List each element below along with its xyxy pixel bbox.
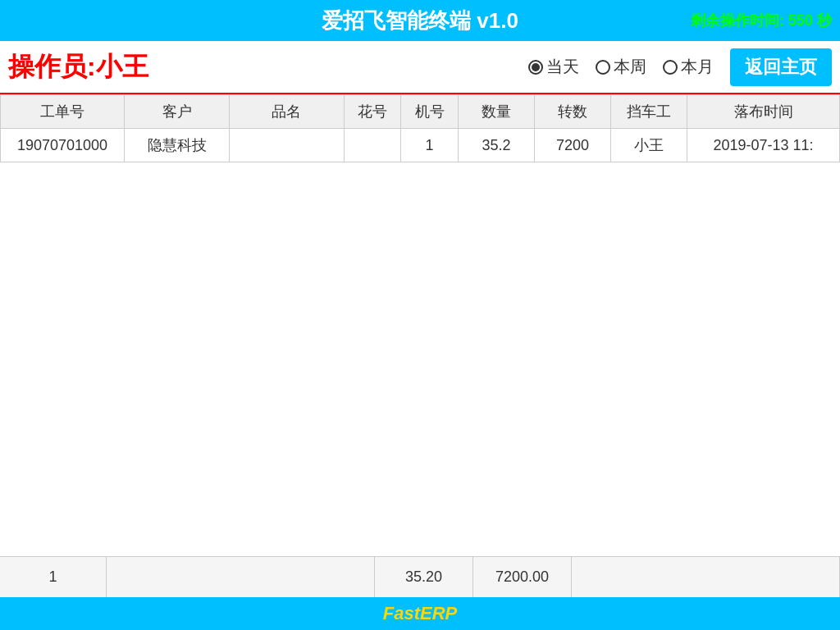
col-header-order: 工单号 (1, 95, 125, 129)
col-header-product: 品名 (230, 95, 345, 129)
brand-label: FastERP (383, 603, 457, 624)
operator-bar: 操作员:小王 当天 本周 本月 返回主页 (0, 41, 840, 94)
radio-month-circle (663, 60, 678, 75)
cell-worker: 小王 (611, 129, 687, 162)
cell-flower (344, 129, 401, 162)
cell-client: 隐慧科技 (125, 129, 230, 162)
timer-value: 550 秒 (788, 12, 832, 29)
col-header-flower: 花号 (344, 95, 401, 129)
cell-time: 2019-07-13 11: (687, 129, 840, 162)
timer-label: 剩余操作时间: (691, 12, 784, 29)
filter-month-label: 本月 (681, 56, 714, 78)
table-row[interactable]: 19070701000隐慧科技135.27200小王2019-07-13 11: (1, 129, 840, 162)
filter-week-label: 本周 (614, 56, 646, 78)
col-header-worker: 挡车工 (611, 95, 687, 129)
table-header-row: 工单号 客户 品名 花号 机号 数量 转数 挡车工 落布时间 (1, 95, 840, 129)
col-header-qty: 数量 (459, 95, 535, 129)
cell-rpm: 7200 (535, 129, 611, 162)
timer-display: 剩余操作时间: 550 秒 (691, 11, 832, 30)
summary-spacer1 (107, 557, 375, 597)
col-header-rpm: 转数 (535, 95, 611, 129)
bottom-bar: FastERP (0, 597, 840, 630)
cell-order: 19070701000 (1, 129, 125, 162)
filter-day[interactable]: 当天 (528, 56, 579, 78)
filter-week[interactable]: 本周 (596, 56, 646, 78)
col-header-time: 落布时间 (687, 95, 840, 129)
summary-count: 1 (0, 557, 107, 597)
main-table: 工单号 客户 品名 花号 机号 数量 转数 挡车工 落布时间 190707010… (0, 94, 840, 162)
radio-week-circle (596, 60, 610, 75)
table-container: 工单号 客户 品名 花号 机号 数量 转数 挡车工 落布时间 190707010… (0, 94, 840, 556)
cell-product (230, 129, 345, 162)
footer-summary: 1 35.20 7200.00 (0, 556, 840, 597)
app-title: 爱招飞智能终端 v1.0 (322, 7, 518, 35)
summary-rpm-total: 7200.00 (473, 557, 572, 597)
home-button[interactable]: 返回主页 (730, 48, 832, 86)
col-header-machine: 机号 (401, 95, 459, 129)
cell-qty: 35.2 (459, 129, 535, 162)
filter-day-label: 当天 (546, 56, 579, 78)
summary-spacer2 (572, 557, 840, 597)
cell-machine: 1 (401, 129, 459, 162)
operator-label: 操作员:小王 (8, 49, 528, 85)
summary-qty-total: 35.20 (375, 557, 473, 597)
header-bar: 爱招飞智能终端 v1.0 剩余操作时间: 550 秒 (0, 0, 840, 41)
filter-options: 当天 本周 本月 (528, 56, 714, 78)
radio-day-circle (528, 60, 543, 75)
col-header-client: 客户 (125, 95, 230, 129)
filter-month[interactable]: 本月 (663, 56, 714, 78)
